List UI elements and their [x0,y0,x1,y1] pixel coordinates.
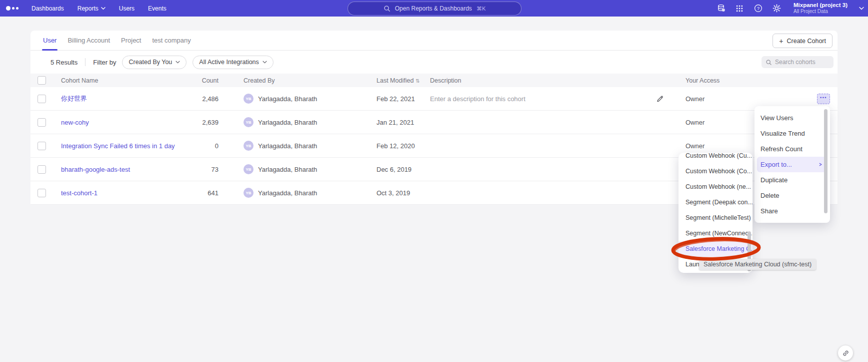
avatar: YB [244,141,254,151]
menu-scrollbar[interactable] [824,109,828,213]
sort-icon: ⇅ [416,78,420,84]
export-option-custom-webhook-cu[interactable]: Custom Webhook (Cu... [678,153,752,164]
tab-user[interactable]: User [38,31,62,50]
edit-description-pencil-icon[interactable] [656,95,664,103]
row-checkbox[interactable] [38,165,46,174]
divider [85,58,86,66]
chevron-down-icon [101,7,106,10]
cohort-count: 641 [183,189,218,197]
menu-item-export-to[interactable]: Export to... [757,157,828,172]
global-search-placeholder: Open Reports & Dashboards [395,5,472,12]
export-destinations-submenu: Custom Webhook (Cu...Custom Webhook (Co.… [678,153,752,273]
menu-item-share[interactable]: Share [754,203,830,219]
ellipsis-icon: ••• [820,96,827,100]
search-icon [384,5,390,12]
created-by-filter[interactable]: Created By You [122,56,186,69]
filter-toolbar: 5 Results Filter by Created By You All A… [30,51,838,74]
export-option-custom-webhook-ne[interactable]: Custom Webhook (ne... [678,179,752,195]
export-option-segment-deepak-con[interactable]: Segment (Deepak con... [678,195,752,210]
select-all-checkbox[interactable] [38,76,46,85]
cohort-tabs: UserBilling AccountProjecttest company +… [30,31,838,51]
header-created-by[interactable]: Created By [218,77,376,84]
creator-name: Yarlagadda, Bharath [258,142,317,150]
row-actions-button[interactable]: ••• [817,94,830,104]
plus-icon: + [779,38,783,45]
menu-item-duplicate[interactable]: Duplicate [754,172,830,188]
nav-item-users[interactable]: Users [119,5,134,12]
row-checkbox[interactable] [38,118,46,127]
apps-grid-icon[interactable] [735,4,744,13]
export-option-custom-webhook-co[interactable]: Custom Webhook (Co... [678,164,752,179]
project-name: Mixpanel (project 3) [794,2,848,9]
menu-item-refresh-count[interactable]: Refresh Count [754,141,830,157]
integrations-filter[interactable]: All Active Integrations [192,56,274,69]
data-management-icon[interactable] [716,4,726,13]
avatar: YB [244,188,254,198]
project-switcher[interactable]: Mixpanel (project 3) All Project Data [794,2,848,15]
export-option-segment-michelletest[interactable]: Segment (MichelleTest) [678,210,752,226]
header-cohort-name[interactable]: Cohort Name [61,77,183,84]
header-description[interactable]: Description [430,77,650,84]
results-count: 5 Results [50,59,78,66]
search-cohorts-input[interactable]: Search cohorts [762,56,834,68]
creator-name: Yarlagadda, Bharath [258,95,317,103]
description-input[interactable]: Enter a description for this cohort [430,95,526,103]
cohort-name-link[interactable]: 你好世界 [61,95,87,102]
cohort-name-link[interactable]: test-cohort-1 [61,189,98,197]
last-modified-date: Dec 6, 2019 [376,166,430,173]
top-nav: DashboardsReportsUsersEvents Open Report… [0,0,868,17]
table-header: Cohort Name Count Created By Last Modifi… [30,74,838,87]
create-cohort-button[interactable]: + Create Cohort [772,34,832,48]
search-cohorts-placeholder: Search cohorts [775,59,816,66]
header-count[interactable]: Count [183,77,218,84]
menu-item-view-users[interactable]: View Users [754,110,830,126]
link-icon [842,349,850,357]
filter-by-label: Filter by [93,59,116,66]
nav-item-dashboards[interactable]: Dashboards [32,5,64,12]
table-row: new-cohy 2,639 YB Yarlagadda, Bharath Ja… [30,111,838,134]
link-button[interactable] [838,345,853,360]
cohort-count: 2,486 [183,95,218,103]
tab-billing-account[interactable]: Billing Account [62,31,116,50]
project-scope: All Project Data [794,9,848,15]
create-cohort-label: Create Cohort [786,38,826,45]
nav-menu: DashboardsReportsUsersEvents [32,5,166,12]
avatar: YB [244,117,254,127]
creator-name: Yarlagadda, Bharath [258,166,317,173]
chevron-down-icon [262,61,267,64]
mixpanel-logo-icon[interactable] [6,6,18,11]
creator-name: Yarlagadda, Bharath [258,189,317,197]
access-level: Owner [670,95,795,103]
menu-item-visualize-trend[interactable]: Visualize Trend [754,126,830,141]
last-modified-date: Feb 22, 2021 [376,95,430,103]
project-chevron-down-icon[interactable] [859,7,864,10]
export-destination-tooltip: Salesforce Marketing Cloud (sfmc-test) [699,259,816,270]
row-context-menu: View UsersVisualize TrendRefresh CountEx… [754,106,830,223]
cohort-name-link[interactable]: new-cohy [61,119,89,126]
global-search-bar[interactable]: Open Reports & Dashboards ⌘K [348,2,522,16]
row-checkbox[interactable] [38,189,46,197]
table-row: 你好世界 2,486 YB Yarlagadda, Bharath Feb 22… [30,87,838,111]
row-checkbox[interactable] [38,95,46,103]
header-your-access[interactable]: Your Access [670,77,795,84]
settings-gear-icon[interactable] [772,4,781,13]
cohort-count: 73 [183,166,218,173]
cohort-name-link[interactable]: bharath-google-ads-test [61,166,130,173]
nav-item-reports[interactable]: Reports [78,5,106,12]
nav-item-events[interactable]: Events [148,5,166,12]
tab-test-company[interactable]: test company [146,31,196,50]
tab-project[interactable]: Project [116,31,146,50]
last-modified-date: Jan 21, 2021 [376,119,430,126]
help-icon[interactable]: ? [754,4,762,13]
export-option-salesforce-marketing-c[interactable]: Salesforce Marketing C... [678,241,752,257]
creator-name: Yarlagadda, Bharath [258,119,317,126]
menu-item-delete[interactable]: Delete [754,188,830,203]
cohort-count: 0 [183,142,218,150]
header-last-modified[interactable]: Last Modified⇅ [376,77,430,84]
cohort-count: 2,639 [183,119,218,126]
avatar: YB [244,164,254,174]
svg-text:?: ? [757,6,760,11]
export-option-segment-newconnec[interactable]: Segment (NewConnec... [678,226,752,241]
cohort-name-link[interactable]: Integration Sync Failed 6 times in 1 day [61,142,175,150]
row-checkbox[interactable] [38,142,46,150]
